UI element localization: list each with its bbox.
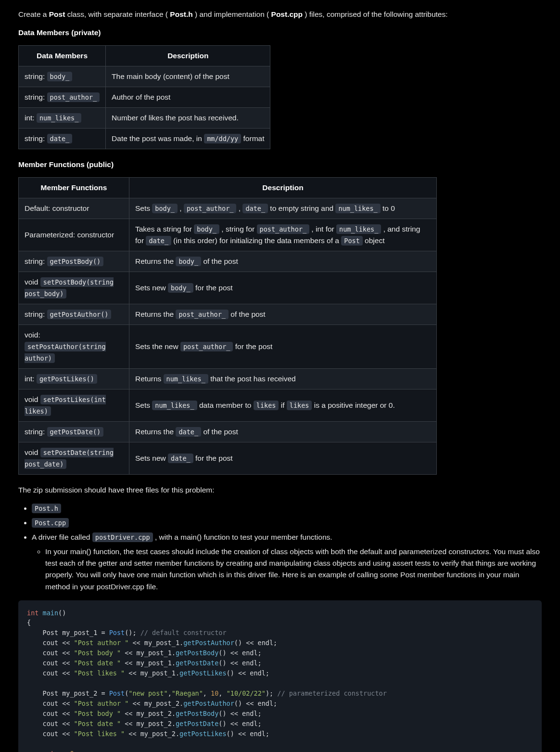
text: Sets — [135, 401, 152, 409]
data-members-table: Data Members Description string: body_ T… — [18, 45, 270, 149]
type-prefix: string: — [25, 257, 47, 265]
tok: main — [43, 609, 59, 617]
cell-description: Sets num_likes_ data member to likes if … — [129, 389, 437, 422]
code: num_likes_ — [152, 401, 197, 410]
text: Sets new — [135, 284, 168, 292]
text: of the post — [203, 428, 238, 436]
text: ) and implementation ( — [195, 10, 269, 18]
text: of the post — [203, 257, 238, 265]
cell-function: void setPostDate(string post_date) — [19, 442, 129, 475]
text: Returns the — [135, 428, 176, 436]
tok: () << endl; — [218, 710, 261, 717]
text: format — [243, 134, 265, 143]
type-prefix: string: — [25, 72, 47, 80]
text: Date the post was made, in — [112, 134, 204, 143]
cell-function: void setPostBody(string post_body) — [19, 272, 129, 304]
text: for the post — [235, 342, 273, 350]
type-prefix: string: — [25, 134, 47, 143]
tok: , — [203, 689, 207, 697]
text: is a positive integer or 0. — [314, 401, 395, 409]
tok: cout << — [27, 700, 74, 707]
tok: << my_post_2. — [121, 710, 176, 717]
text: ) files, comprised of the following attr… — [305, 10, 447, 18]
table-row: int: num_likes_ Number of likes the post… — [19, 108, 270, 129]
cell-function: string: getPostAuthor() — [19, 304, 129, 325]
cell-description: Sets the new post_author_ for the post — [129, 325, 437, 369]
tok: (); — [125, 629, 140, 636]
type-prefix: int: — [25, 114, 37, 122]
cell-description: Takes a string for body_ , string for po… — [129, 219, 437, 251]
text: , with a main() function to test your me… — [155, 533, 332, 541]
tok: << my_post_2. — [121, 720, 176, 727]
tok — [27, 750, 43, 752]
code: date_ — [168, 454, 193, 463]
tok: cout << — [27, 639, 74, 647]
class-name: Post — [49, 10, 65, 18]
tok — [207, 689, 211, 697]
tok: 10 — [211, 689, 218, 697]
table-row: Default: constructor Sets body_ , post_a… — [19, 198, 437, 219]
cell: int: num_likes_ — [19, 108, 106, 129]
tok: cout << — [27, 730, 74, 738]
text: , int for — [311, 225, 336, 233]
tok: cout << — [27, 720, 74, 727]
cell-description: Author of the post — [106, 87, 270, 108]
tok: cout << — [27, 649, 74, 657]
text: Sets — [135, 204, 152, 212]
tok: // default constructor — [140, 629, 227, 636]
cell-function: void: setPostAuthor(string author) — [19, 325, 129, 369]
type-prefix: void: — [25, 331, 40, 339]
code: getPostDate() — [47, 427, 104, 437]
cell-description: Sets new date_ for the post — [129, 442, 437, 475]
tok: () — [58, 609, 66, 617]
tok: Post my_post_2 = — [27, 689, 109, 697]
type-prefix: string: — [25, 310, 47, 318]
tok: << my_post_1. — [128, 639, 183, 647]
cell-description: The main body (content) of the post — [106, 66, 270, 87]
tok: getPostLikes — [179, 730, 227, 738]
table-row: void setPostBody(string post_body) Sets … — [19, 272, 437, 304]
code: post_author_ — [176, 310, 229, 319]
cell-function: string: getPostBody() — [19, 251, 129, 272]
cell-description: Returns the date_ of the post — [129, 422, 437, 442]
tok: "Post likes " — [74, 669, 125, 677]
code: likes — [254, 401, 279, 410]
cell-description: Returns num_likes_ that the post has rec… — [129, 369, 437, 389]
member-functions-table: Member Functions Description Default: co… — [18, 177, 437, 475]
file-list: Post.h Post.cpp A driver file called pos… — [18, 503, 542, 592]
tok: "Post body " — [74, 710, 121, 717]
cell-description: Number of likes the post has received. — [106, 108, 270, 129]
table-row: string: date_ Date the post was made, in… — [19, 129, 270, 149]
type-prefix: void — [25, 395, 40, 403]
tok: getPostDate — [176, 720, 218, 727]
table-row: void setPostDate(string post_date) Sets … — [19, 442, 437, 475]
text: of the post — [230, 310, 265, 318]
text: class, with separate interface ( — [67, 10, 168, 18]
tok: Post — [109, 689, 125, 697]
list-item: Post.h — [32, 503, 542, 514]
text: , — [179, 204, 184, 212]
member-functions-heading: Member Functions (public) — [18, 159, 542, 170]
code: post_author_ — [257, 224, 310, 234]
code: num_likes_ — [335, 204, 380, 213]
tok: () << endl; — [227, 669, 269, 677]
tok: "Raegan" — [172, 689, 203, 697]
tok: { — [27, 619, 31, 626]
tok: , — [168, 689, 172, 697]
tok: Post my_post_1 = — [27, 629, 109, 636]
table-row: void: setPostAuthor(string author) Sets … — [19, 325, 437, 369]
cell-function: string: getPostDate() — [19, 422, 129, 442]
code: date_ — [176, 427, 201, 437]
type-prefix: string: — [25, 93, 47, 101]
tok: "Post likes " — [74, 730, 125, 738]
tok: << my_post_1. — [125, 669, 179, 677]
tok: getPostBody — [176, 649, 218, 657]
code: likes — [287, 401, 312, 410]
file-code: Post.h — [32, 504, 61, 513]
tok: int — [27, 609, 38, 617]
text: Returns — [135, 375, 164, 383]
code: num_likes_ — [336, 224, 381, 234]
tok: "10/02/22" — [227, 689, 266, 697]
code: num_likes_ — [164, 374, 208, 384]
data-members-heading: Data Members (private) — [18, 27, 542, 39]
